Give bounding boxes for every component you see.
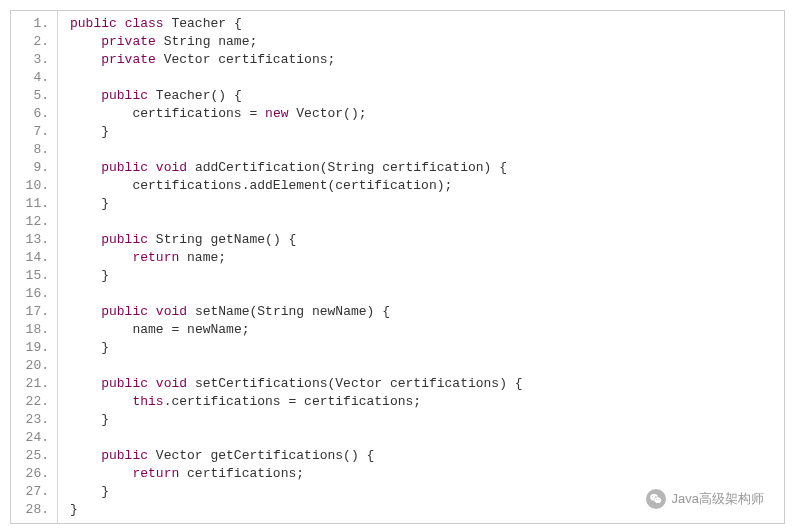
token-pun: ) <box>499 376 507 391</box>
token-id: name <box>187 250 218 265</box>
code-line: private Vector certifications; <box>70 51 784 69</box>
code-line: } <box>70 411 784 429</box>
code-line: return name; <box>70 249 784 267</box>
token-pun: { <box>289 232 297 247</box>
line-number-gutter: 1.2.3.4.5.6.7.8.9.10.11.12.13.14.15.16.1… <box>11 11 58 523</box>
token-typ: Vector <box>296 106 343 121</box>
token-pun: { <box>234 88 242 103</box>
line-number: 22. <box>11 393 57 411</box>
code-line: certifications = new Vector(); <box>70 105 784 123</box>
token-id: newName <box>312 304 367 319</box>
line-number: 16. <box>11 285 57 303</box>
code-line: } <box>70 123 784 141</box>
token-id: getName <box>210 232 265 247</box>
token-id: addElement <box>249 178 327 193</box>
line-number: 11. <box>11 195 57 213</box>
token-id: name <box>132 322 163 337</box>
token-cls: Teacher <box>156 88 211 103</box>
code-line: certifications.addElement(certification)… <box>70 177 784 195</box>
token-pun: { <box>499 160 507 175</box>
token-id: addCertification <box>195 160 320 175</box>
token-pun: = <box>171 322 179 337</box>
code-line <box>70 141 784 159</box>
token-pun: ( <box>320 160 328 175</box>
code-line <box>70 429 784 447</box>
token-kw: public <box>101 88 148 103</box>
token-id: certifications <box>218 52 327 67</box>
token-typ: Vector <box>335 376 382 391</box>
token-kw: class <box>125 16 164 31</box>
token-id: certifications <box>132 178 241 193</box>
token-id: getCertifications <box>210 448 343 463</box>
token-kw: public <box>101 160 148 175</box>
code-line: return certifications; <box>70 465 784 483</box>
line-number: 7. <box>11 123 57 141</box>
token-id: name <box>218 34 249 49</box>
line-number: 17. <box>11 303 57 321</box>
wechat-icon <box>646 489 666 509</box>
code-line: public Vector getCertifications() { <box>70 447 784 465</box>
line-number: 23. <box>11 411 57 429</box>
line-number: 10. <box>11 177 57 195</box>
watermark: Java高级架构师 <box>646 489 764 509</box>
token-pun: ); <box>437 178 453 193</box>
token-typ: String <box>328 160 375 175</box>
line-number: 14. <box>11 249 57 267</box>
line-number: 20. <box>11 357 57 375</box>
token-kw: private <box>101 52 156 67</box>
token-id: certifications <box>171 394 280 409</box>
line-number: 27. <box>11 483 57 501</box>
token-pun: ; <box>296 466 304 481</box>
token-typ: String <box>156 232 203 247</box>
token-kw: public <box>70 16 117 31</box>
line-number: 4. <box>11 69 57 87</box>
token-id: certifications <box>132 106 241 121</box>
token-kw: new <box>265 106 288 121</box>
code-line: this.certifications = certifications; <box>70 393 784 411</box>
token-id: certifications <box>304 394 413 409</box>
token-kw: public <box>101 304 148 319</box>
token-pun: = <box>249 106 257 121</box>
token-kw: public <box>101 376 148 391</box>
code-line: public void setName(String newName) { <box>70 303 784 321</box>
token-pun: ; <box>413 394 421 409</box>
token-pun: { <box>382 304 390 319</box>
line-number: 13. <box>11 231 57 249</box>
line-number: 19. <box>11 339 57 357</box>
token-pun: } <box>101 484 109 499</box>
token-kw: this <box>132 394 163 409</box>
token-pun: (); <box>343 106 366 121</box>
token-pun: } <box>101 412 109 427</box>
line-number: 28. <box>11 501 57 519</box>
code-line: private String name; <box>70 33 784 51</box>
token-pun: ) <box>367 304 375 319</box>
token-typ: Vector <box>156 448 203 463</box>
line-number: 8. <box>11 141 57 159</box>
token-kw: public <box>101 232 148 247</box>
line-number: 24. <box>11 429 57 447</box>
token-kw: public <box>101 448 148 463</box>
line-number: 18. <box>11 321 57 339</box>
token-kw: void <box>156 160 187 175</box>
code-line: name = newName; <box>70 321 784 339</box>
token-kw: private <box>101 34 156 49</box>
token-pun: () <box>210 88 226 103</box>
code-line: public void setCertifications(Vector cer… <box>70 375 784 393</box>
token-pun: = <box>288 394 296 409</box>
code-area: public class Teacher { private String na… <box>58 11 784 523</box>
code-line: } <box>70 195 784 213</box>
code-line <box>70 213 784 231</box>
line-number: 15. <box>11 267 57 285</box>
token-typ: Vector <box>164 52 211 67</box>
code-line: public void addCertification(String cert… <box>70 159 784 177</box>
token-pun: ; <box>218 250 226 265</box>
token-pun: } <box>70 502 78 517</box>
line-number: 25. <box>11 447 57 465</box>
token-kw: return <box>132 466 179 481</box>
token-kw: void <box>156 376 187 391</box>
token-pun: } <box>101 124 109 139</box>
token-kw: void <box>156 304 187 319</box>
line-number: 1. <box>11 15 57 33</box>
token-id: setName <box>195 304 250 319</box>
watermark-text: Java高级架构师 <box>672 490 764 508</box>
